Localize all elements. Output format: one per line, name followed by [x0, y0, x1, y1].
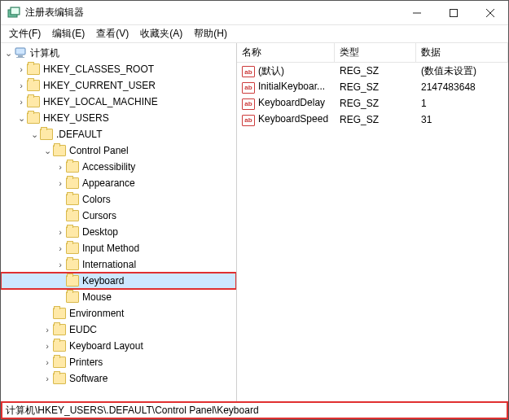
folder-icon [66, 259, 79, 270]
tree-label: HKEY_LOCAL_MACHINE [43, 96, 158, 107]
chevron-down-icon[interactable]: ⌄ [29, 129, 40, 140]
list-row[interactable]: abKeyboardSpeed REG_SZ 31 [237, 112, 508, 128]
chevron-down-icon[interactable]: ⌄ [15, 113, 27, 124]
value-type: REG_SZ [335, 65, 416, 77]
value-data: 2147483648 [416, 81, 508, 93]
tree-label: Colors [82, 194, 111, 205]
value-name: KeyboardSpeed [258, 113, 328, 125]
svg-rect-8 [18, 55, 23, 57]
chevron-right-icon[interactable]: › [55, 162, 66, 172]
content-area: ⌄ 计算机 ›HKEY_CLASSES_ROOT ›HKEY_CURRENT_U… [1, 43, 508, 401]
close-button[interactable] [472, 1, 508, 24]
value-data: (数值未设置) [416, 64, 508, 78]
chevron-down-icon[interactable]: ⌄ [42, 146, 53, 156]
tree-label: Environment [69, 308, 124, 319]
tree-colors[interactable]: ›Colors [1, 191, 236, 208]
tree-label: Accessibility [82, 161, 135, 173]
maximize-button[interactable] [435, 1, 472, 24]
chevron-right-icon[interactable]: › [55, 227, 66, 237]
titlebar: 注册表编辑器 [1, 1, 508, 25]
folder-icon [66, 291, 79, 303]
chevron-right-icon[interactable]: › [42, 357, 53, 367]
tree-label: Printers [69, 357, 103, 368]
tree-label: HKEY_CURRENT_USER [43, 80, 156, 91]
tree-mouse[interactable]: ›Mouse [1, 289, 236, 305]
tree-label: 计算机 [30, 46, 59, 60]
list-row[interactable]: ab(默认) REG_SZ (数值未设置) [237, 63, 508, 79]
folder-icon [66, 161, 79, 173]
tree-keyboard-layout[interactable]: ›Keyboard Layout [1, 338, 236, 354]
folder-icon [27, 80, 40, 91]
tree-keyboard[interactable]: ›Keyboard [1, 273, 236, 289]
folder-icon [53, 308, 66, 319]
chevron-right-icon[interactable]: › [55, 260, 66, 269]
tree-hkcu[interactable]: ›HKEY_CURRENT_USER [1, 77, 236, 94]
regedit-window: 注册表编辑器 文件(F) 编辑(E) 查看(V) 收藏夹(A) 帮助(H) ⌄ … [0, 0, 509, 420]
svg-rect-4 [450, 9, 457, 16]
string-value-icon: ab [242, 98, 255, 110]
chevron-right-icon[interactable]: › [15, 64, 27, 74]
tree-hklm[interactable]: ›HKEY_LOCAL_MACHINE [1, 94, 236, 110]
chevron-right-icon[interactable]: › [42, 325, 53, 335]
tree-control-panel[interactable]: ⌄Control Panel [1, 142, 236, 159]
tree-hkcr[interactable]: ›HKEY_CLASSES_ROOT [1, 61, 236, 77]
value-name: KeyboardDelay [258, 97, 325, 108]
tree-root-computer[interactable]: ⌄ 计算机 [1, 45, 236, 61]
folder-icon [53, 324, 66, 335]
menu-edit[interactable]: 编辑(E) [47, 25, 90, 42]
chevron-right-icon[interactable]: › [55, 243, 66, 253]
tree-accessibility[interactable]: ›Accessibility [1, 159, 236, 175]
value-name: InitialKeyboar... [258, 81, 325, 92]
tree-international[interactable]: ›International [1, 256, 236, 273]
col-header-name[interactable]: 名称 [237, 43, 335, 62]
value-type: REG_SZ [335, 98, 416, 109]
statusbar: 计算机\HKEY_USERS\.DEFAULT\Control Panel\Ke… [1, 401, 508, 419]
chevron-right-icon[interactable]: › [15, 81, 27, 90]
folder-icon [53, 145, 66, 156]
folder-icon [66, 210, 79, 221]
chevron-right-icon[interactable]: › [55, 178, 66, 188]
tree-label: EUDC [69, 324, 97, 335]
computer-icon [14, 47, 27, 59]
tree-appearance[interactable]: ›Appearance [1, 175, 236, 191]
menu-view[interactable]: 查看(V) [91, 25, 134, 42]
folder-icon [66, 226, 79, 238]
col-header-data[interactable]: 数据 [416, 43, 508, 62]
menu-help[interactable]: 帮助(H) [189, 25, 232, 42]
col-header-type[interactable]: 类型 [335, 43, 416, 62]
tree-input-method[interactable]: ›Input Method [1, 240, 236, 256]
chevron-down-icon[interactable]: ⌄ [2, 48, 14, 59]
folder-icon [40, 129, 53, 140]
tree-environment[interactable]: ›Environment [1, 305, 236, 322]
tree-cursors[interactable]: ›Cursors [1, 208, 236, 224]
chevron-right-icon[interactable]: › [42, 341, 53, 351]
menubar: 文件(F) 编辑(E) 查看(V) 收藏夹(A) 帮助(H) [1, 25, 508, 43]
menu-favorites[interactable]: 收藏夹(A) [135, 25, 187, 42]
value-data: 1 [416, 98, 508, 109]
registry-tree[interactable]: ⌄ 计算机 ›HKEY_CLASSES_ROOT ›HKEY_CURRENT_U… [1, 43, 237, 401]
list-row[interactable]: abKeyboardDelay REG_SZ 1 [237, 95, 508, 112]
tree-software[interactable]: ›Software [1, 370, 236, 387]
folder-icon [53, 357, 66, 368]
tree-hku[interactable]: ⌄HKEY_USERS [1, 110, 236, 126]
folder-icon [66, 177, 79, 189]
chevron-right-icon[interactable]: › [42, 374, 53, 383]
tree-label: Keyboard Layout [69, 340, 143, 352]
list-body: ab(默认) REG_SZ (数值未设置) abInitialKeyboar..… [237, 63, 508, 128]
tree-label: Appearance [82, 177, 135, 189]
minimize-button[interactable] [398, 1, 435, 24]
folder-icon [53, 340, 66, 352]
menu-file[interactable]: 文件(F) [4, 25, 46, 42]
tree-desktop[interactable]: ›Desktop [1, 224, 236, 240]
list-row[interactable]: abInitialKeyboar... REG_SZ 2147483648 [237, 79, 508, 95]
tree-printers[interactable]: ›Printers [1, 354, 236, 370]
window-title: 注册表编辑器 [25, 6, 398, 20]
tree-label: Software [69, 373, 108, 384]
tree-eudc[interactable]: ›EUDC [1, 322, 236, 338]
folder-icon [66, 194, 79, 205]
tree-default[interactable]: ⌄.DEFAULT [1, 126, 236, 142]
chevron-right-icon[interactable]: › [15, 97, 27, 107]
svg-rect-2 [11, 8, 19, 14]
value-type: REG_SZ [335, 114, 416, 125]
value-list[interactable]: 名称 类型 数据 ab(默认) REG_SZ (数值未设置) abInitial… [237, 43, 508, 401]
